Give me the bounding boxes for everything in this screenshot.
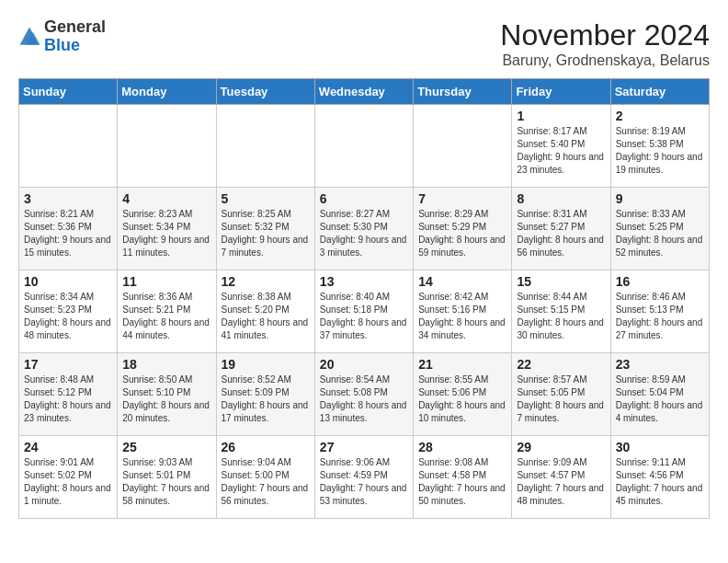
day-number: 24 [24,440,112,454]
day-number: 14 [418,274,506,289]
day-info: Sunrise: 8:59 AM Sunset: 5:04 PM Dayligh… [616,373,704,425]
logo-general: General [44,17,106,36]
day-number: 29 [517,440,605,454]
calendar-cell: 3Sunrise: 8:21 AM Sunset: 5:36 PM Daylig… [19,188,118,270]
calendar-cell: 22Sunrise: 8:57 AM Sunset: 5:05 PM Dayli… [512,353,610,436]
calendar-cell: 30Sunrise: 9:11 AM Sunset: 4:56 PM Dayli… [610,436,709,519]
calendar-cell: 8Sunrise: 8:31 AM Sunset: 5:27 PM Daylig… [512,188,610,270]
day-number: 20 [320,357,408,372]
day-info: Sunrise: 8:33 AM Sunset: 5:25 PM Dayligh… [616,208,704,259]
calendar-cell [216,105,314,188]
calendar-cell: 19Sunrise: 8:52 AM Sunset: 5:09 PM Dayli… [216,353,314,436]
day-info: Sunrise: 8:54 AM Sunset: 5:08 PM Dayligh… [320,373,408,425]
day-info: Sunrise: 8:36 AM Sunset: 5:21 PM Dayligh… [122,291,210,342]
day-info: Sunrise: 9:09 AM Sunset: 4:57 PM Dayligh… [517,456,605,508]
day-info: Sunrise: 8:57 AM Sunset: 5:05 PM Dayligh… [517,373,605,425]
calendar-day-header: Saturday [610,79,709,105]
day-info: Sunrise: 8:44 AM Sunset: 5:15 PM Dayligh… [517,291,605,342]
day-info: Sunrise: 8:38 AM Sunset: 5:20 PM Dayligh… [222,291,310,342]
calendar-cell: 14Sunrise: 8:42 AM Sunset: 5:16 PM Dayli… [414,270,512,353]
calendar-cell [314,105,413,188]
day-number: 2 [616,109,704,123]
day-number: 16 [616,274,704,289]
calendar-cell: 25Sunrise: 9:03 AM Sunset: 5:01 PM Dayli… [118,436,216,519]
calendar-cell: 21Sunrise: 8:55 AM Sunset: 5:06 PM Dayli… [414,353,512,436]
day-number: 25 [122,440,210,454]
day-number: 19 [222,357,310,372]
calendar-day-header: Tuesday [216,79,314,105]
day-number: 13 [320,274,408,289]
day-info: Sunrise: 9:01 AM Sunset: 5:02 PM Dayligh… [24,456,112,508]
day-info: Sunrise: 8:21 AM Sunset: 5:36 PM Dayligh… [24,208,112,259]
day-info: Sunrise: 8:23 AM Sunset: 5:34 PM Dayligh… [122,208,210,259]
calendar-day-header: Sunday [19,79,118,105]
calendar-cell: 6Sunrise: 8:27 AM Sunset: 5:30 PM Daylig… [314,188,413,270]
calendar-cell: 15Sunrise: 8:44 AM Sunset: 5:15 PM Dayli… [512,270,610,353]
day-info: Sunrise: 8:17 AM Sunset: 5:40 PM Dayligh… [517,125,605,177]
page-header: General Blue November 2024 Baruny, Grodn… [18,18,710,69]
day-number: 1 [517,109,605,123]
day-number: 22 [517,357,605,372]
day-info: Sunrise: 9:08 AM Sunset: 4:58 PM Dayligh… [418,456,506,508]
day-info: Sunrise: 8:48 AM Sunset: 5:12 PM Dayligh… [24,373,112,425]
calendar-cell [118,105,216,188]
day-number: 11 [122,274,210,289]
calendar-cell [19,105,118,188]
calendar-cell: 7Sunrise: 8:29 AM Sunset: 5:29 PM Daylig… [414,188,512,270]
day-number: 15 [517,274,605,289]
calendar-cell: 5Sunrise: 8:25 AM Sunset: 5:32 PM Daylig… [216,188,314,270]
logo: General Blue [18,18,106,55]
day-number: 18 [122,357,210,372]
logo-text: General Blue [44,18,106,55]
day-info: Sunrise: 8:29 AM Sunset: 5:29 PM Dayligh… [418,208,506,259]
day-number: 17 [24,357,112,372]
day-number: 27 [320,440,408,454]
calendar-subtitle: Baruny, Grodnenskaya, Belarus [500,52,710,69]
calendar-cell: 16Sunrise: 8:46 AM Sunset: 5:13 PM Dayli… [610,270,709,353]
calendar-cell: 17Sunrise: 8:48 AM Sunset: 5:12 PM Dayli… [19,353,118,436]
calendar-cell: 13Sunrise: 8:40 AM Sunset: 5:18 PM Dayli… [314,270,413,353]
day-number: 12 [222,274,310,289]
calendar-cell: 1Sunrise: 8:17 AM Sunset: 5:40 PM Daylig… [512,105,610,188]
calendar-cell: 12Sunrise: 8:38 AM Sunset: 5:20 PM Dayli… [216,270,314,353]
day-number: 23 [616,357,704,372]
calendar-cell [414,105,512,188]
day-info: Sunrise: 8:34 AM Sunset: 5:23 PM Dayligh… [24,291,112,342]
day-number: 6 [320,191,408,206]
title-area: November 2024 Baruny, Grodnenskaya, Bela… [500,18,710,69]
day-info: Sunrise: 8:46 AM Sunset: 5:13 PM Dayligh… [616,291,704,342]
calendar-cell: 11Sunrise: 8:36 AM Sunset: 5:21 PM Dayli… [118,270,216,353]
day-number: 7 [418,191,506,206]
calendar-cell: 18Sunrise: 8:50 AM Sunset: 5:10 PM Dayli… [118,353,216,436]
day-number: 3 [24,191,112,206]
logo-icon [18,26,40,48]
day-info: Sunrise: 8:40 AM Sunset: 5:18 PM Dayligh… [320,291,408,342]
calendar-week-row: 17Sunrise: 8:48 AM Sunset: 5:12 PM Dayli… [19,353,710,436]
day-info: Sunrise: 9:04 AM Sunset: 5:00 PM Dayligh… [222,456,310,508]
calendar-header-row: SundayMondayTuesdayWednesdayThursdayFrid… [19,79,710,105]
calendar-cell: 27Sunrise: 9:06 AM Sunset: 4:59 PM Dayli… [314,436,413,519]
day-number: 30 [616,440,704,454]
day-number: 21 [418,357,506,372]
day-info: Sunrise: 8:42 AM Sunset: 5:16 PM Dayligh… [418,291,506,342]
calendar-cell: 4Sunrise: 8:23 AM Sunset: 5:34 PM Daylig… [118,188,216,270]
calendar-day-header: Friday [512,79,610,105]
calendar-title: November 2024 [500,18,710,52]
calendar-cell: 24Sunrise: 9:01 AM Sunset: 5:02 PM Dayli… [19,436,118,519]
calendar-week-row: 1Sunrise: 8:17 AM Sunset: 5:40 PM Daylig… [19,105,710,188]
day-info: Sunrise: 9:11 AM Sunset: 4:56 PM Dayligh… [616,456,704,508]
day-info: Sunrise: 9:03 AM Sunset: 5:01 PM Dayligh… [122,456,210,508]
logo-blue: Blue [44,36,80,54]
calendar-week-row: 24Sunrise: 9:01 AM Sunset: 5:02 PM Dayli… [19,436,710,519]
calendar-cell: 9Sunrise: 8:33 AM Sunset: 5:25 PM Daylig… [610,188,709,270]
calendar-cell: 28Sunrise: 9:08 AM Sunset: 4:58 PM Dayli… [414,436,512,519]
day-info: Sunrise: 8:27 AM Sunset: 5:30 PM Dayligh… [320,208,408,259]
calendar-body: 1Sunrise: 8:17 AM Sunset: 5:40 PM Daylig… [19,105,710,519]
day-number: 28 [418,440,506,454]
calendar-day-header: Thursday [414,79,512,105]
day-info: Sunrise: 8:52 AM Sunset: 5:09 PM Dayligh… [222,373,310,425]
day-info: Sunrise: 8:25 AM Sunset: 5:32 PM Dayligh… [222,208,310,259]
calendar-cell: 26Sunrise: 9:04 AM Sunset: 5:00 PM Dayli… [216,436,314,519]
day-number: 10 [24,274,112,289]
calendar-table: SundayMondayTuesdayWednesdayThursdayFrid… [18,78,710,519]
